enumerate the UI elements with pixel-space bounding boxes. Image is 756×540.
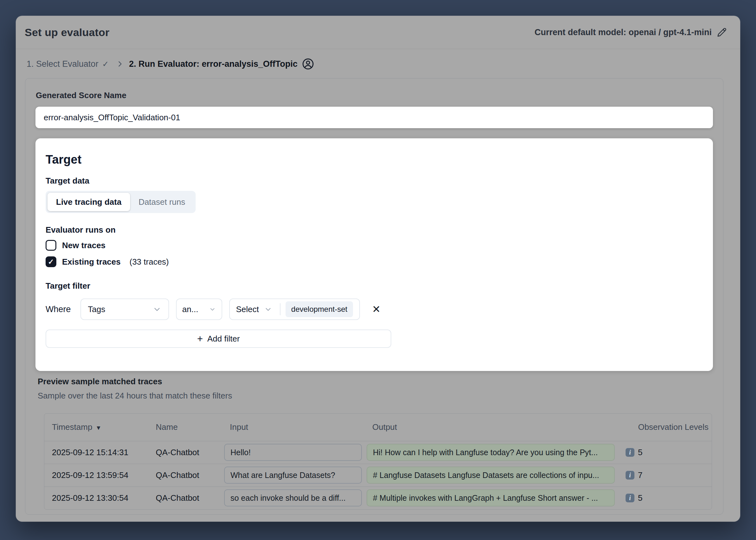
- checkbox-label: New traces: [62, 240, 105, 250]
- add-filter-button[interactable]: + Add filter: [46, 330, 391, 348]
- score-name-input[interactable]: [36, 107, 713, 128]
- remove-filter-button[interactable]: ✕: [370, 304, 382, 315]
- run-evaluator-panel: Generated Score Name Target Target data …: [25, 78, 723, 515]
- target-card: Target Target data Live tracing data Dat…: [36, 138, 713, 371]
- cell-output: # Langfuse Datasets Langfuse Datasets ar…: [367, 467, 615, 484]
- cell-input: so each invoke should be a diff...: [224, 489, 362, 506]
- target-data-tabs: Live tracing data Dataset runs: [46, 191, 196, 213]
- chevron-right-icon: [116, 60, 124, 68]
- preview-title: Preview sample matched traces: [38, 377, 713, 386]
- default-model-label: Current default model: openai / gpt-4.1-…: [534, 28, 712, 37]
- check-icon: ✓: [102, 60, 109, 69]
- chevron-down-icon: [153, 305, 161, 314]
- where-label: Where: [46, 305, 71, 314]
- target-title: Target: [46, 153, 701, 167]
- filter-operator-select[interactable]: an...: [176, 299, 222, 320]
- column-header-name: Name: [148, 414, 222, 441]
- checkbox-existing-traces[interactable]: ✓: [46, 256, 56, 267]
- cell-name: QA-Chatbot: [148, 441, 222, 464]
- checkbox-row-new-traces[interactable]: New traces: [46, 240, 701, 251]
- cell-input: Hello!: [224, 444, 362, 461]
- column-header-observation-levels: Observation Levels: [620, 414, 712, 441]
- level-count: 5: [638, 493, 642, 503]
- pencil-icon: [717, 27, 727, 37]
- preview-table: Timestamp▼ Name Input Output Observation…: [44, 413, 712, 510]
- level-count: 7: [638, 471, 642, 480]
- page-backdrop: Set up evaluator Current default model: …: [0, 0, 756, 540]
- table-row[interactable]: 2025-09-12 13:59:54 QA-Chatbot What are …: [44, 464, 712, 486]
- step1-label: 1. Select Evaluator: [27, 59, 98, 69]
- runs-on-label: Evaluator runs on: [46, 225, 701, 235]
- cell-output: # Multiple invokes with LangGraph + Lang…: [367, 489, 615, 506]
- breadcrumb-step-run-evaluator: 2. Run Evaluator: error-analysis_OffTopi…: [129, 58, 314, 70]
- checkbox-row-existing-traces[interactable]: ✓ Existing traces (33 traces): [46, 256, 701, 267]
- observation-levels: i 5: [620, 448, 712, 458]
- close-icon: ✕: [372, 304, 380, 315]
- observation-levels: i 5: [620, 493, 712, 503]
- score-name-label: Generated Score Name: [36, 90, 713, 100]
- cell-timestamp: 2025-09-12 15:14:31: [44, 441, 148, 464]
- preview-subtitle: Sample over the last 24 hours that match…: [38, 391, 713, 401]
- breadcrumb: 1. Select Evaluator ✓ 2. Run Evaluator: …: [16, 49, 740, 78]
- add-filter-label: Add filter: [207, 334, 240, 344]
- table-row[interactable]: 2025-09-12 13:30:54 QA-Chatbot so each i…: [44, 486, 712, 509]
- cell-input: What are Langfuse Datasets?: [224, 467, 362, 484]
- filter-column-select[interactable]: Tags: [80, 299, 169, 320]
- info-badge-icon: i: [626, 471, 634, 479]
- info-badge-icon: i: [626, 493, 634, 502]
- chevron-down-icon: [264, 305, 272, 313]
- tab-dataset-runs[interactable]: Dataset runs: [130, 193, 194, 211]
- filter-operator-value: an...: [182, 305, 199, 314]
- cell-name: QA-Chatbot: [148, 464, 222, 486]
- info-badge-icon: i: [626, 448, 634, 457]
- column-header-input: Input: [222, 414, 365, 441]
- checkbox-label: Existing traces: [62, 257, 121, 267]
- check-icon: ✓: [48, 258, 54, 266]
- cell-name: QA-Chatbot: [148, 486, 222, 509]
- table-row[interactable]: 2025-09-12 15:14:31 QA-Chatbot Hello! Hi…: [44, 441, 712, 464]
- trace-count: (33 traces): [129, 257, 169, 267]
- filter-value-select[interactable]: Select development-set: [229, 299, 360, 320]
- dialog-header: Set up evaluator Current default model: …: [16, 16, 740, 49]
- default-model-row: Current default model: openai / gpt-4.1-…: [534, 27, 727, 37]
- filter-value-chip: development-set: [286, 301, 353, 317]
- filter-column-value: Tags: [88, 305, 105, 314]
- tab-live-tracing-data[interactable]: Live tracing data: [48, 193, 130, 211]
- level-count: 5: [638, 448, 642, 458]
- plus-icon: +: [197, 334, 203, 344]
- filter-row: Where Tags an... Select: [46, 299, 701, 320]
- step2-label: 2. Run Evaluator: error-analysis_OffTopi…: [129, 59, 298, 69]
- checkbox-new-traces[interactable]: [46, 240, 56, 251]
- divider: [280, 303, 280, 315]
- user-circle-icon: [302, 58, 314, 70]
- filter-value-placeholder: Select: [236, 305, 259, 314]
- cell-timestamp: 2025-09-12 13:59:54: [44, 464, 148, 486]
- sort-desc-icon: ▼: [95, 425, 102, 431]
- cell-output: Hi! How can I help with Langfuse today? …: [367, 444, 615, 461]
- observation-levels: i 7: [620, 471, 712, 480]
- edit-model-button[interactable]: [717, 27, 727, 37]
- column-header-timestamp[interactable]: Timestamp▼: [44, 414, 148, 441]
- dialog-title: Set up evaluator: [25, 26, 109, 39]
- column-header-output: Output: [365, 414, 620, 441]
- target-filter-label: Target filter: [46, 281, 701, 291]
- cell-timestamp: 2025-09-12 13:30:54: [44, 486, 148, 509]
- setup-evaluator-dialog: Set up evaluator Current default model: …: [16, 16, 740, 522]
- target-data-label: Target data: [46, 176, 701, 186]
- breadcrumb-step-select-evaluator[interactable]: 1. Select Evaluator ✓: [25, 59, 111, 69]
- table-header-row: Timestamp▼ Name Input Output Observation…: [44, 414, 712, 441]
- chevron-down-icon: [209, 306, 216, 313]
